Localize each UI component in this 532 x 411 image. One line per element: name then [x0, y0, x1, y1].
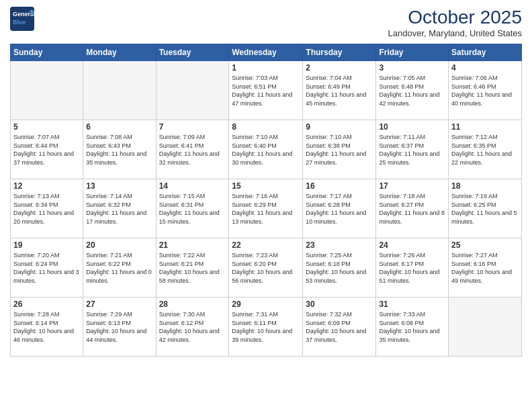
calendar-header-cell: Friday: [376, 44, 449, 61]
calendar-header-cell: Monday: [83, 44, 156, 61]
calendar-cell: 5Sunrise: 7:07 AM Sunset: 6:44 PM Daylig…: [11, 120, 83, 179]
calendar-header: SundayMondayTuesdayWednesdayThursdayFrid…: [11, 44, 522, 61]
calendar-cell: 25Sunrise: 7:27 AM Sunset: 6:16 PM Dayli…: [449, 238, 522, 298]
calendar-cell: [11, 61, 83, 120]
day-number: 27: [86, 300, 152, 309]
day-info: Sunrise: 7:17 AM Sunset: 6:28 PM Dayligh…: [306, 192, 373, 226]
day-number: 13: [86, 181, 152, 191]
calendar-cell: 4Sunrise: 7:06 AM Sunset: 6:46 PM Daylig…: [449, 61, 522, 120]
calendar-cell: 26Sunrise: 7:28 AM Sunset: 6:14 PM Dayli…: [11, 298, 83, 357]
calendar-header-cell: Saturday: [449, 44, 522, 61]
day-number: 21: [159, 240, 226, 250]
calendar-cell: 24Sunrise: 7:26 AM Sunset: 6:17 PM Dayli…: [376, 238, 449, 298]
day-info: Sunrise: 7:33 AM Sunset: 6:08 PM Dayligh…: [379, 310, 445, 344]
calendar-cell: 29Sunrise: 7:31 AM Sunset: 6:11 PM Dayli…: [229, 298, 303, 357]
day-number: 18: [451, 181, 519, 191]
calendar-cell: 10Sunrise: 7:11 AM Sunset: 6:37 PM Dayli…: [376, 120, 449, 179]
day-info: Sunrise: 7:19 AM Sunset: 6:25 PM Dayligh…: [451, 192, 519, 226]
calendar-cell: 12Sunrise: 7:13 AM Sunset: 6:34 PM Dayli…: [11, 179, 83, 238]
day-number: 30: [306, 300, 373, 309]
calendar-week-row: 19Sunrise: 7:20 AM Sunset: 6:24 PM Dayli…: [11, 238, 522, 298]
day-number: 23: [306, 240, 373, 250]
calendar-week-row: 26Sunrise: 7:28 AM Sunset: 6:14 PM Dayli…: [11, 298, 522, 357]
calendar-header-cell: Sunday: [11, 44, 83, 61]
calendar-cell: 9Sunrise: 7:10 AM Sunset: 6:38 PM Daylig…: [303, 120, 376, 179]
calendar-cell: 7Sunrise: 7:09 AM Sunset: 6:41 PM Daylig…: [156, 120, 229, 179]
calendar-week-row: 5Sunrise: 7:07 AM Sunset: 6:44 PM Daylig…: [11, 120, 522, 179]
logo-icon: General Blue: [10, 7, 34, 31]
calendar-cell: 28Sunrise: 7:30 AM Sunset: 6:12 PM Dayli…: [156, 298, 229, 357]
calendar-cell: 31Sunrise: 7:33 AM Sunset: 6:08 PM Dayli…: [376, 298, 449, 357]
day-info: Sunrise: 7:23 AM Sunset: 6:20 PM Dayligh…: [232, 251, 300, 285]
calendar-header-cell: Thursday: [303, 44, 376, 61]
calendar-cell: 14Sunrise: 7:15 AM Sunset: 6:31 PM Dayli…: [156, 179, 229, 238]
day-info: Sunrise: 7:10 AM Sunset: 6:40 PM Dayligh…: [232, 133, 300, 167]
day-number: 19: [13, 240, 80, 250]
day-number: 5: [13, 122, 80, 132]
day-info: Sunrise: 7:03 AM Sunset: 6:51 PM Dayligh…: [232, 74, 300, 107]
day-number: 4: [451, 63, 519, 73]
day-info: Sunrise: 7:28 AM Sunset: 6:14 PM Dayligh…: [13, 310, 80, 344]
calendar-cell: 17Sunrise: 7:18 AM Sunset: 6:27 PM Dayli…: [376, 179, 449, 238]
title-area: October 2025 Landover, Maryland, United …: [388, 7, 522, 38]
day-info: Sunrise: 7:13 AM Sunset: 6:34 PM Dayligh…: [13, 192, 80, 226]
day-number: 24: [379, 240, 445, 250]
day-info: Sunrise: 7:08 AM Sunset: 6:43 PM Dayligh…: [86, 133, 152, 167]
day-info: Sunrise: 7:04 AM Sunset: 6:49 PM Dayligh…: [306, 74, 373, 107]
day-number: 20: [86, 240, 152, 250]
day-number: 25: [451, 240, 519, 250]
day-number: 28: [159, 300, 226, 309]
calendar-cell: 23Sunrise: 7:25 AM Sunset: 6:18 PM Dayli…: [303, 238, 376, 298]
day-number: 10: [379, 122, 445, 132]
day-info: Sunrise: 7:20 AM Sunset: 6:24 PM Dayligh…: [13, 251, 80, 285]
day-number: 22: [232, 240, 300, 250]
day-number: 1: [232, 63, 300, 73]
day-number: 16: [306, 181, 373, 191]
calendar-cell: 1Sunrise: 7:03 AM Sunset: 6:51 PM Daylig…: [229, 61, 303, 120]
calendar-cell: [449, 298, 522, 357]
day-info: Sunrise: 7:30 AM Sunset: 6:12 PM Dayligh…: [159, 310, 226, 344]
day-info: Sunrise: 7:27 AM Sunset: 6:16 PM Dayligh…: [451, 251, 519, 285]
day-number: 12: [13, 181, 80, 191]
day-number: 7: [159, 122, 226, 132]
calendar-cell: 18Sunrise: 7:19 AM Sunset: 6:25 PM Dayli…: [449, 179, 522, 238]
day-info: Sunrise: 7:16 AM Sunset: 6:29 PM Dayligh…: [232, 192, 300, 226]
calendar-cell: 20Sunrise: 7:21 AM Sunset: 6:22 PM Dayli…: [83, 238, 156, 298]
calendar-week-row: 1Sunrise: 7:03 AM Sunset: 6:51 PM Daylig…: [11, 61, 522, 120]
day-info: Sunrise: 7:14 AM Sunset: 6:32 PM Dayligh…: [86, 192, 152, 226]
calendar-cell: 8Sunrise: 7:10 AM Sunset: 6:40 PM Daylig…: [229, 120, 303, 179]
calendar-cell: 6Sunrise: 7:08 AM Sunset: 6:43 PM Daylig…: [83, 120, 156, 179]
day-number: 6: [86, 122, 152, 132]
day-info: Sunrise: 7:21 AM Sunset: 6:22 PM Dayligh…: [86, 251, 152, 285]
day-info: Sunrise: 7:18 AM Sunset: 6:27 PM Dayligh…: [379, 192, 445, 226]
svg-text:Blue: Blue: [13, 19, 26, 26]
day-info: Sunrise: 7:26 AM Sunset: 6:17 PM Dayligh…: [379, 251, 445, 285]
day-info: Sunrise: 7:15 AM Sunset: 6:31 PM Dayligh…: [159, 192, 226, 226]
logo: General Blue: [10, 7, 34, 34]
day-number: 31: [379, 300, 445, 309]
calendar-cell: 16Sunrise: 7:17 AM Sunset: 6:28 PM Dayli…: [303, 179, 376, 238]
day-info: Sunrise: 7:22 AM Sunset: 6:21 PM Dayligh…: [159, 251, 226, 285]
day-info: Sunrise: 7:07 AM Sunset: 6:44 PM Dayligh…: [13, 133, 80, 167]
calendar-cell: 3Sunrise: 7:05 AM Sunset: 6:48 PM Daylig…: [376, 61, 449, 120]
calendar-cell: [83, 61, 156, 120]
day-info: Sunrise: 7:29 AM Sunset: 6:13 PM Dayligh…: [86, 310, 152, 344]
calendar-cell: 13Sunrise: 7:14 AM Sunset: 6:32 PM Dayli…: [83, 179, 156, 238]
calendar-cell: 11Sunrise: 7:12 AM Sunset: 6:35 PM Dayli…: [449, 120, 522, 179]
day-number: 15: [232, 181, 300, 191]
calendar-header-cell: Tuesday: [156, 44, 229, 61]
day-info: Sunrise: 7:10 AM Sunset: 6:38 PM Dayligh…: [306, 133, 373, 167]
day-number: 29: [232, 300, 300, 309]
calendar-header-cell: Wednesday: [229, 44, 303, 61]
month-title: October 2025: [388, 7, 522, 28]
calendar-cell: 15Sunrise: 7:16 AM Sunset: 6:29 PM Dayli…: [229, 179, 303, 238]
day-info: Sunrise: 7:05 AM Sunset: 6:48 PM Dayligh…: [379, 74, 445, 107]
day-number: 14: [159, 181, 226, 191]
day-number: 26: [13, 300, 80, 309]
day-number: 8: [232, 122, 300, 132]
subtitle: Landover, Maryland, United States: [388, 28, 522, 38]
day-number: 3: [379, 63, 445, 73]
calendar-body: 1Sunrise: 7:03 AM Sunset: 6:51 PM Daylig…: [11, 61, 522, 357]
calendar: SundayMondayTuesdayWednesdayThursdayFrid…: [10, 44, 522, 357]
day-number: 11: [451, 122, 519, 132]
